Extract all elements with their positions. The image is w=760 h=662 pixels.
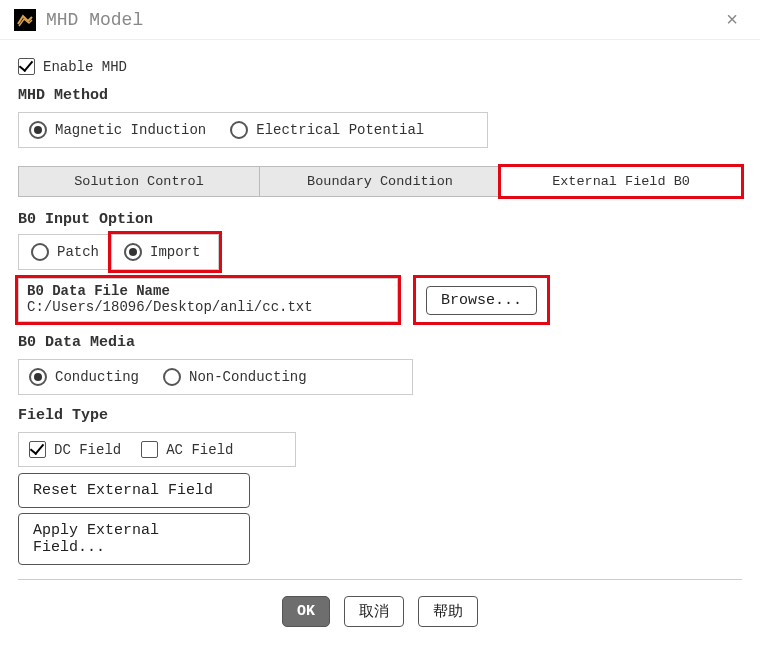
tabs: Solution Control Boundary Condition Exte… bbox=[18, 166, 742, 197]
radio-conducting-label: Conducting bbox=[55, 369, 139, 385]
b0-data-file-box: B0 Data File Name C:/Users/18096/Desktop… bbox=[18, 278, 398, 322]
mhd-method-title: MHD Method bbox=[18, 87, 742, 104]
tab-external-field-b0[interactable]: External Field B0 bbox=[501, 167, 741, 196]
tab-solution-control[interactable]: Solution Control bbox=[19, 167, 260, 196]
separator bbox=[18, 579, 742, 580]
b0-input-option-row: Patch Import bbox=[18, 234, 742, 270]
ac-field-label: AC Field bbox=[166, 442, 233, 458]
app-icon bbox=[14, 9, 36, 31]
browse-button[interactable]: Browse... bbox=[426, 286, 537, 315]
radio-patch-label: Patch bbox=[57, 244, 99, 260]
enable-mhd-label: Enable MHD bbox=[43, 59, 127, 75]
b0-data-media-panel: Conducting Non-Conducting bbox=[18, 359, 413, 395]
field-type-panel: DC Field AC Field bbox=[18, 432, 296, 467]
tab-boundary-condition[interactable]: Boundary Condition bbox=[260, 167, 501, 196]
radio-magnetic-induction-label: Magnetic Induction bbox=[55, 122, 206, 138]
titlebar: MHD Model × bbox=[0, 0, 760, 40]
reset-external-field-button[interactable]: Reset External Field bbox=[18, 473, 250, 508]
radio-electrical-potential[interactable] bbox=[230, 121, 248, 139]
dc-field-checkbox[interactable] bbox=[29, 441, 46, 458]
b0-data-file-label: B0 Data File Name bbox=[27, 283, 389, 299]
help-button[interactable]: 帮助 bbox=[418, 596, 478, 627]
window-title: MHD Model bbox=[46, 10, 718, 30]
enable-mhd-checkbox[interactable] bbox=[18, 58, 35, 75]
ok-button[interactable]: OK bbox=[282, 596, 330, 627]
ac-field-checkbox[interactable] bbox=[141, 441, 158, 458]
b0-input-import-cell: Import bbox=[111, 234, 219, 270]
close-button[interactable]: × bbox=[718, 8, 746, 31]
b0-data-file-value[interactable]: C:/Users/18096/Desktop/anli/cc.txt bbox=[27, 299, 389, 315]
radio-patch[interactable] bbox=[31, 243, 49, 261]
dc-field-label: DC Field bbox=[54, 442, 121, 458]
b0-input-option-title: B0 Input Option bbox=[18, 211, 742, 228]
b0-data-file-group: B0 Data File Name C:/Users/18096/Desktop… bbox=[18, 278, 742, 322]
b0-data-media-title: B0 Data Media bbox=[18, 334, 742, 351]
radio-import[interactable] bbox=[124, 243, 142, 261]
browse-wrap: Browse... bbox=[416, 278, 547, 322]
enable-mhd-row: Enable MHD bbox=[18, 58, 742, 75]
radio-electrical-potential-label: Electrical Potential bbox=[256, 122, 424, 138]
radio-non-conducting-label: Non-Conducting bbox=[189, 369, 307, 385]
b0-input-patch-cell: Patch bbox=[18, 234, 111, 270]
mhd-method-panel: Magnetic Induction Electrical Potential bbox=[18, 112, 488, 148]
mhd-model-dialog: MHD Model × Enable MHD MHD Method Magnet… bbox=[0, 0, 760, 643]
apply-external-field-button[interactable]: Apply External Field... bbox=[18, 513, 250, 565]
dialog-content: Enable MHD MHD Method Magnetic Induction… bbox=[0, 40, 760, 643]
field-type-title: Field Type bbox=[18, 407, 742, 424]
radio-magnetic-induction[interactable] bbox=[29, 121, 47, 139]
radio-import-label: Import bbox=[150, 244, 200, 260]
radio-conducting[interactable] bbox=[29, 368, 47, 386]
radio-non-conducting[interactable] bbox=[163, 368, 181, 386]
cancel-button[interactable]: 取消 bbox=[344, 596, 404, 627]
dialog-buttons: OK 取消 帮助 bbox=[18, 596, 742, 627]
